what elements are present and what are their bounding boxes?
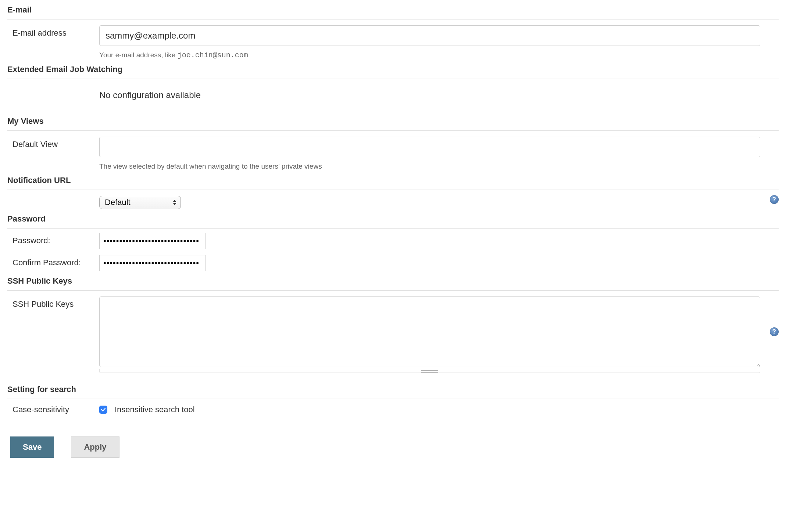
password-input[interactable] (99, 233, 206, 249)
check-icon (101, 407, 106, 412)
email-help-prefix: Your e-mail address, like (99, 51, 178, 59)
case-sensitivity-row: Case-sensitivity Insensitive search tool (7, 399, 779, 414)
apply-button[interactable]: Apply (71, 436, 119, 458)
section-title-my-views: My Views (7, 111, 779, 128)
extended-email-message: No configuration available (7, 79, 779, 111)
confirm-password-label: Confirm Password: (7, 255, 99, 267)
case-sensitivity-checkbox-label: Insensitive search tool (107, 405, 195, 414)
confirm-password-row: Confirm Password: (7, 249, 779, 271)
confirm-password-input[interactable] (99, 255, 206, 271)
ssh-label: SSH Public Keys (7, 296, 99, 373)
notification-url-row: Default ? (7, 190, 779, 209)
section-title-email: E-mail (7, 0, 779, 17)
email-address-label: E-mail address (7, 25, 99, 38)
actions-bar: Save Apply (7, 414, 779, 458)
default-view-help-text: The view selected by default when naviga… (99, 157, 760, 170)
ssh-row: SSH Public Keys ? (7, 291, 779, 373)
default-view-input[interactable] (99, 137, 760, 157)
notification-url-select[interactable]: Default (99, 196, 181, 209)
ssh-public-keys-textarea[interactable] (99, 296, 760, 367)
section-title-password: Password (7, 209, 779, 226)
section-title-extended-email: Extended Email Job Watching (7, 60, 779, 76)
notification-url-spacer (7, 196, 99, 199)
notification-url-select-wrap: Default (99, 196, 181, 209)
email-address-input[interactable] (99, 25, 760, 46)
default-view-row: Default View The view selected by defaul… (7, 131, 779, 170)
resize-handle[interactable] (99, 369, 760, 373)
help-icon[interactable]: ? (770, 195, 779, 204)
section-title-notification-url: Notification URL (7, 170, 779, 187)
section-title-ssh: SSH Public Keys (7, 271, 779, 288)
email-help-example: joe.chin@sun.com (178, 51, 248, 60)
save-button[interactable]: Save (10, 436, 54, 458)
email-help-text: Your e-mail address, like joe.chin@sun.c… (99, 46, 760, 60)
default-view-label: Default View (7, 137, 99, 149)
section-title-search: Setting for search (7, 373, 779, 396)
help-icon[interactable]: ? (770, 327, 779, 336)
case-sensitivity-label: Case-sensitivity (7, 405, 99, 414)
case-sensitivity-checkbox[interactable] (99, 406, 107, 414)
email-row: E-mail address Your e-mail address, like… (7, 19, 779, 60)
password-row: Password: (7, 229, 779, 249)
password-label: Password: (7, 233, 99, 245)
